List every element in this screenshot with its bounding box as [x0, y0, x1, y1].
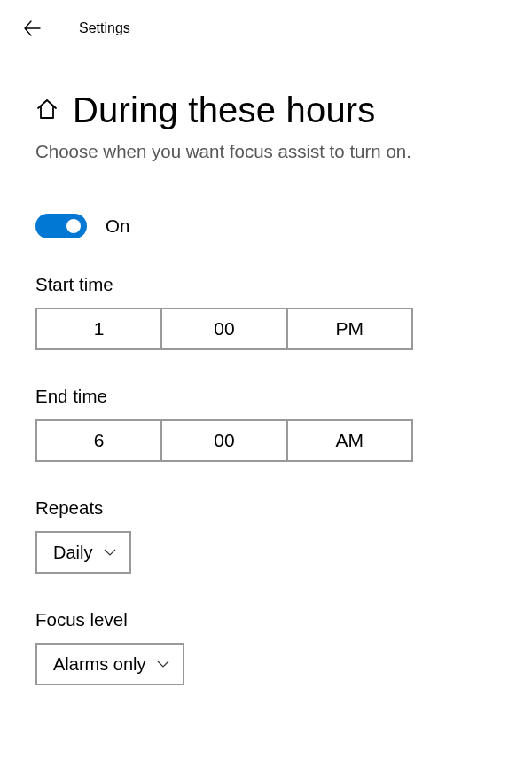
start-time-hour[interactable]: 1 [37, 309, 162, 348]
focus-level-value: Alarms only [53, 654, 145, 675]
repeats-group: Repeats Daily [35, 497, 497, 574]
chevron-down-icon [156, 657, 170, 671]
end-time-period[interactable]: AM [288, 421, 411, 460]
chevron-down-icon [103, 545, 117, 559]
end-time-label: End time [35, 386, 497, 407]
enable-toggle[interactable] [35, 214, 87, 238]
header-bar: Settings [0, 0, 532, 44]
toggle-knob [66, 219, 81, 233]
start-time-label: Start time [35, 274, 497, 295]
repeats-value: Daily [53, 543, 92, 563]
start-time-minute[interactable]: 00 [162, 309, 287, 348]
end-time-minute[interactable]: 00 [162, 421, 287, 460]
repeats-dropdown[interactable]: Daily [35, 531, 131, 574]
focus-level-group: Focus level Alarms only [35, 609, 497, 685]
back-button[interactable] [16, 12, 48, 44]
header-title: Settings [79, 20, 130, 36]
repeats-label: Repeats [35, 497, 497, 519]
focus-level-label: Focus level [35, 609, 497, 630]
page-title-row: During these hours [35, 90, 497, 130]
start-time-period[interactable]: PM [288, 309, 411, 348]
focus-level-dropdown[interactable]: Alarms only [35, 643, 184, 685]
end-time-group: End time 6 00 AM [35, 386, 497, 462]
home-icon[interactable] [35, 98, 59, 124]
toggle-label: On [106, 215, 129, 237]
end-time-hour[interactable]: 6 [37, 421, 162, 460]
page-description: Choose when you want focus assist to tur… [35, 141, 497, 162]
start-time-picker: 1 00 PM [35, 308, 413, 350]
end-time-picker: 6 00 AM [35, 419, 413, 462]
page-title: During these hours [73, 90, 376, 130]
toggle-row: On [35, 214, 497, 238]
start-time-group: Start time 1 00 PM [35, 274, 497, 350]
back-arrow-icon [22, 19, 42, 38]
